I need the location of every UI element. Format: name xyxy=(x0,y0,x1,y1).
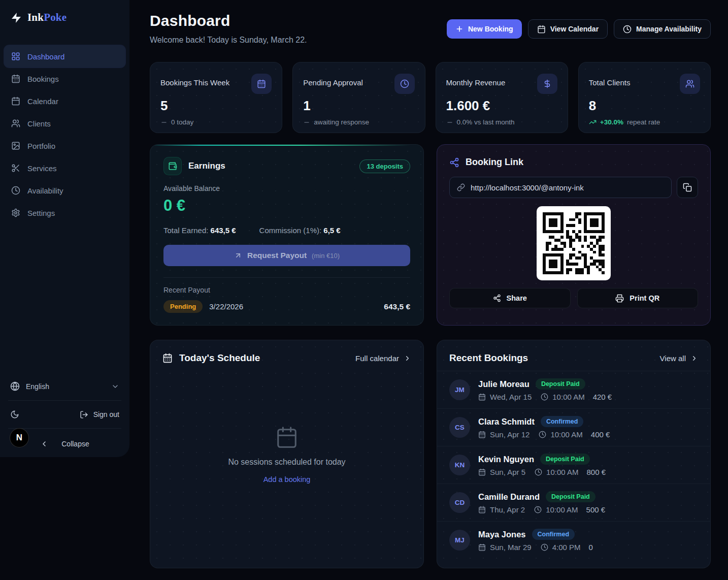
link-icon xyxy=(457,183,465,191)
sidebar-item-clients[interactable]: Clients xyxy=(4,112,125,135)
sidebar-item-availability[interactable]: Availability xyxy=(4,179,125,202)
clock-icon xyxy=(623,25,632,34)
sidebar-item-label: Availability xyxy=(27,186,63,195)
recent-bookings-title: Recent Bookings xyxy=(449,352,528,364)
balance-label: Available Balance xyxy=(163,184,410,192)
copy-link-button[interactable] xyxy=(677,177,698,198)
sidebar-item-services[interactable]: Services xyxy=(4,157,125,179)
calendar-icon xyxy=(478,393,486,401)
sidebar-item-label: Settings xyxy=(27,209,55,217)
share-icon xyxy=(493,294,501,302)
stat-label: Total Clients xyxy=(589,74,631,87)
stat-label: Bookings This Week xyxy=(160,74,229,87)
view-calendar-button[interactable]: View Calendar xyxy=(528,19,608,39)
users-icon xyxy=(680,74,700,94)
stat-card: Pending Approval1awaiting response xyxy=(292,62,425,133)
stat-change-text: repeat rate xyxy=(627,118,660,126)
avatar: CS xyxy=(449,417,470,438)
clock-icon xyxy=(539,431,546,438)
sidebar-item-label: Bookings xyxy=(27,75,59,83)
stat-change-highlight: +30.0% xyxy=(600,118,623,126)
earnings-title: Earnings xyxy=(188,161,225,171)
language-selector[interactable]: English xyxy=(0,377,129,395)
sign-out-button[interactable]: Sign out xyxy=(80,410,119,419)
client-name: Camille Durand xyxy=(478,492,540,502)
booking-link-url: http://localhost:3000/@antony-ink xyxy=(471,183,584,192)
print-qr-button[interactable]: Print QR xyxy=(577,288,699,308)
nextjs-dev-indicator[interactable]: N xyxy=(10,428,29,447)
collapse-label: Collapse xyxy=(61,440,89,448)
view-all-link[interactable]: View all xyxy=(660,354,698,363)
booking-time: 10:00 AM xyxy=(550,430,582,439)
empty-text: No sessions scheduled for today xyxy=(228,458,345,467)
bolt-icon xyxy=(10,12,22,24)
sidebar-item-settings[interactable]: Settings xyxy=(4,202,125,224)
status-badge: Confirmed xyxy=(541,416,584,427)
brand-name: InkPoke xyxy=(27,11,67,24)
brand-logo: InkPoke xyxy=(0,0,129,33)
stat-change: 0 today xyxy=(160,118,272,126)
plus-icon xyxy=(455,25,464,33)
sidebar-item-portfolio[interactable]: Portfolio xyxy=(4,135,125,157)
sign-out-label: Sign out xyxy=(93,410,119,418)
booking-row[interactable]: MJMaya JonesConfirmedSun, Mar 294:00 PM0 xyxy=(437,521,710,559)
payout-date: 3/22/2026 xyxy=(209,302,243,311)
calendar-icon xyxy=(537,25,546,34)
payout-row: Pending 3/22/2026 643,5 € xyxy=(163,300,410,313)
bookings-list: JMJulie MoreauDeposit PaidWed, Apr 1510:… xyxy=(437,371,710,559)
stat-card: Bookings This Week50 today xyxy=(150,62,282,133)
sidebar-item-calendar[interactable]: Calendar xyxy=(4,90,125,112)
main-content: Dashboard Welcome back! Today is Sunday,… xyxy=(129,0,728,580)
new-booking-button[interactable]: New Booking xyxy=(447,19,522,39)
calendar-icon xyxy=(478,468,486,476)
stat-label: Pending Approval xyxy=(303,74,363,87)
share-icon xyxy=(449,157,459,168)
request-payout-button[interactable]: Request Payout (min €10) xyxy=(163,245,410,266)
status-badge: Confirmed xyxy=(532,529,575,540)
booking-row[interactable]: KNKevin NguyenDeposit PaidSun, Apr 510:0… xyxy=(437,446,710,484)
booking-time: 10:00 AM xyxy=(546,505,578,514)
booking-date: Thu, Apr 2 xyxy=(490,505,525,514)
manage-availability-button[interactable]: Manage Availability xyxy=(614,19,711,39)
client-name: Clara Schmidt xyxy=(478,417,535,427)
booking-amount: 420 € xyxy=(593,393,612,401)
dollar-icon xyxy=(537,74,557,94)
moon-icon[interactable] xyxy=(10,410,19,419)
avatar: KN xyxy=(449,455,470,475)
divider xyxy=(8,400,121,401)
sidebar-item-label: Calendar xyxy=(27,97,58,106)
booking-amount: 400 € xyxy=(591,430,610,439)
stat-change-text: 0 today xyxy=(171,118,193,126)
calendar-days-icon xyxy=(251,74,272,94)
sidebar-item-label: Dashboard xyxy=(27,52,64,61)
chevron-down-icon xyxy=(111,382,119,391)
payout-amount: 643,5 € xyxy=(384,302,410,311)
sidebar-nav: DashboardBookingsCalendarClientsPortfoli… xyxy=(0,45,129,224)
sidebar-item-dashboard[interactable]: Dashboard xyxy=(4,45,125,68)
minus-icon xyxy=(160,119,168,126)
client-name: Julie Moreau xyxy=(478,379,530,389)
booking-row[interactable]: JMJulie MoreauDeposit PaidWed, Apr 1510:… xyxy=(437,371,710,408)
booking-date: Sun, Apr 5 xyxy=(490,468,525,476)
sidebar-item-label: Services xyxy=(27,164,57,173)
recent-bookings-card: Recent Bookings View all JMJulie MoreauD… xyxy=(437,340,711,568)
stat-value: 1.600 € xyxy=(446,98,557,114)
booking-row[interactable]: CDCamille DurandDeposit PaidThu, Apr 210… xyxy=(437,484,710,521)
calendar-days-icon xyxy=(11,74,20,83)
status-badge: Deposit Paid xyxy=(546,491,595,502)
booking-link-input[interactable]: http://localhost:3000/@antony-ink xyxy=(449,177,672,198)
settings-icon xyxy=(11,208,20,217)
copy-icon xyxy=(683,183,692,192)
booking-date: Wed, Apr 15 xyxy=(490,393,532,401)
booking-date: Sun, Apr 12 xyxy=(490,430,530,439)
header-actions: New Booking View Calendar Manage Availab… xyxy=(447,19,711,39)
trending-up-icon xyxy=(589,118,597,126)
clock-icon xyxy=(541,393,548,401)
sidebar-item-bookings[interactable]: Bookings xyxy=(4,68,125,90)
booking-row[interactable]: CSClara SchmidtConfirmedSun, Apr 1210:00… xyxy=(437,408,710,446)
avatar: JM xyxy=(449,379,470,400)
booking-time: 10:00 AM xyxy=(546,468,578,476)
add-booking-link[interactable]: Add a booking xyxy=(263,475,311,484)
schedule-empty-state: No sessions scheduled for today Add a bo… xyxy=(162,353,411,556)
share-button[interactable]: Share xyxy=(449,288,571,308)
